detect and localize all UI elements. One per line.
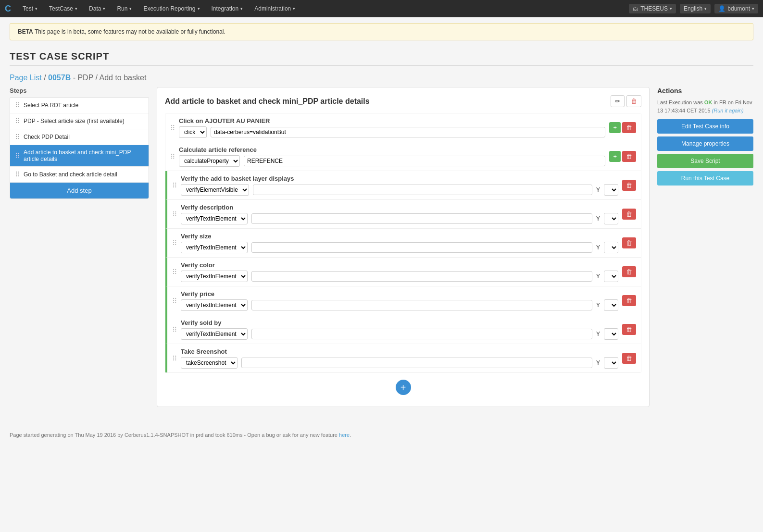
nav-administration[interactable]: Administration ▾ <box>250 0 300 17</box>
nav-test[interactable]: Test ▾ <box>18 0 42 17</box>
chevron-down-icon: ▾ <box>293 6 295 11</box>
beta-banner: BETA This page is in beta, some features… <box>10 23 753 40</box>
y-select[interactable]: Y <box>604 213 618 224</box>
y-value: Y <box>596 186 600 193</box>
y-select[interactable]: Y <box>604 357 618 369</box>
actions-panel: Actions Last Execution was OK in FR on F… <box>657 87 753 413</box>
y-select[interactable]: Y <box>604 242 618 253</box>
main-action-card: Add article to basket and check mini_PDP… <box>157 87 650 407</box>
nav-testcase[interactable]: TestCase ▾ <box>44 0 82 17</box>
nav-run[interactable]: Run ▾ <box>112 0 137 17</box>
nav-execution-reporting[interactable]: Execution Reporting ▾ <box>138 0 204 17</box>
delete-action-button[interactable]: 🗑 <box>626 95 641 107</box>
delete-sub-action-button[interactable]: 🗑 <box>622 353 636 364</box>
drag-handle-icon: ⠿ <box>172 239 177 247</box>
selector-input[interactable] <box>251 271 592 282</box>
method-select[interactable]: verifyTextInElement <box>181 213 248 224</box>
server-icon: 🗂 <box>633 5 638 12</box>
y-select[interactable]: Y <box>604 184 618 196</box>
sub-action-title: Verify description <box>181 204 618 211</box>
delete-sub-action-button[interactable]: 🗑 <box>622 151 636 162</box>
edit-test-case-info-button[interactable]: Edit Test Case info <box>657 119 753 134</box>
selector-input[interactable] <box>251 213 592 224</box>
edit-action-button[interactable]: ✏ <box>611 95 625 107</box>
nav-integration[interactable]: Integration ▾ <box>207 0 248 17</box>
add-sub-action-button[interactable]: + <box>609 122 621 133</box>
row-actions: 🗑 <box>622 266 636 277</box>
method-select[interactable]: calculateProperty <box>179 155 240 167</box>
breadcrumb-code[interactable]: 0057B <box>48 74 71 82</box>
manage-properties-button[interactable]: Manage properties <box>657 136 753 151</box>
center-panel: Add article to basket and check mini_PDP… <box>157 87 650 413</box>
drag-handle-icon: ⠿ <box>15 133 20 141</box>
delete-sub-action-button[interactable]: 🗑 <box>622 209 636 220</box>
y-select[interactable]: Y <box>604 271 618 282</box>
server-selector[interactable]: 🗂 THESEUS ▾ <box>629 4 676 13</box>
row-actions: 🗑 <box>622 353 636 364</box>
selector-input[interactable] <box>244 156 605 166</box>
method-select[interactable]: verifyTextInElement <box>181 271 248 282</box>
delete-sub-action-button[interactable]: 🗑 <box>622 324 636 335</box>
y-select[interactable]: Y <box>604 328 618 340</box>
sub-row-inputs: verifyTextInElement Y Y <box>181 299 618 311</box>
selector-input[interactable] <box>251 300 592 310</box>
method-select[interactable]: verifyTextInElement <box>181 299 248 311</box>
step-item-4[interactable]: ⠿ Add article to basket and check mini_P… <box>10 145 149 167</box>
step-label: Add article to basket and check mini_PDP… <box>24 149 144 162</box>
method-select[interactable]: click <box>179 126 207 138</box>
selector-input[interactable] <box>251 242 592 253</box>
breadcrumb-separator: / <box>44 74 48 82</box>
beta-message: This page is in beta, some features may … <box>35 28 225 35</box>
step-item-3[interactable]: ⠿ Check PDP Detail <box>10 129 149 145</box>
y-select[interactable]: Y <box>604 299 618 311</box>
drag-handle-icon: ⠿ <box>172 210 177 218</box>
add-row-button[interactable]: + <box>396 380 411 395</box>
navbar: C Test ▾ TestCase ▾ Data ▾ Run ▾ Executi… <box>0 0 763 17</box>
delete-sub-action-button[interactable]: 🗑 <box>622 295 636 306</box>
chevron-down-icon: ▾ <box>129 6 132 11</box>
method-select[interactable]: verifyTextInElement <box>181 242 248 253</box>
sub-row-inputs: verifyTextInElement Y Y <box>181 328 618 340</box>
selector-input[interactable] <box>251 329 592 339</box>
add-step-button[interactable]: Add step <box>10 183 149 198</box>
sub-row-inner: Verify description verifyTextInElement Y… <box>181 204 618 224</box>
chevron-down-icon: ▾ <box>240 6 243 11</box>
drag-handle-icon: ⠿ <box>172 355 177 362</box>
delete-sub-action-button[interactable]: 🗑 <box>622 266 636 277</box>
card-header-buttons: ✏ 🗑 <box>611 95 641 107</box>
delete-sub-action-button[interactable]: 🗑 <box>622 237 636 248</box>
method-select[interactable]: takeScreenshot <box>181 357 238 369</box>
language-selector[interactable]: English ▾ <box>680 4 711 13</box>
y-value: Y <box>596 331 600 337</box>
chevron-down-icon: ▾ <box>35 6 38 11</box>
method-select[interactable]: verifyTextInElement <box>181 328 248 340</box>
method-select[interactable]: verifyElementVisible <box>181 184 249 196</box>
add-row-center: + <box>165 373 641 399</box>
run-test-case-button[interactable]: Run this Test Case <box>657 171 753 186</box>
breadcrumb-page-list[interactable]: Page List <box>10 74 42 82</box>
beta-label: BETA <box>18 28 33 35</box>
run-again-link[interactable]: (Run it again) <box>712 108 744 113</box>
footer-link[interactable]: here <box>339 432 350 438</box>
selector-input[interactable] <box>211 127 605 137</box>
language-label: English <box>684 5 702 12</box>
chevron-down-icon: ▾ <box>103 6 105 11</box>
selector-input[interactable] <box>253 185 592 195</box>
sub-row-inputs: takeScreenshot Y Y <box>181 357 618 369</box>
delete-sub-action-button[interactable]: 🗑 <box>622 180 636 191</box>
server-name: THESEUS <box>640 5 668 12</box>
sub-action-row-screenshot: ⠿ Take Sreenshot takeScreenshot Y Y <box>165 344 641 372</box>
save-script-button[interactable]: Save Script <box>657 154 753 168</box>
user-menu[interactable]: 👤 bdumont ▾ <box>714 4 758 13</box>
step-item-2[interactable]: ⠿ PDP - Select article size (first avail… <box>10 113 149 129</box>
breadcrumb: Page List / 0057B - PDP / Add to basket <box>0 74 763 87</box>
last-execution-text: Last Execution was OK in FR on Fri Nov 1… <box>657 99 753 114</box>
nav-right: 🗂 THESEUS ▾ English ▾ 👤 bdumont ▾ <box>629 4 758 13</box>
step-item-5[interactable]: ⠿ Go to Basket and check article detail <box>10 167 149 183</box>
nav-data[interactable]: Data ▾ <box>84 0 110 17</box>
drag-handle-icon: ⠿ <box>170 153 175 161</box>
selector-input[interactable] <box>241 358 592 368</box>
add-sub-action-button[interactable]: + <box>609 151 621 162</box>
delete-sub-action-button[interactable]: 🗑 <box>622 122 636 133</box>
step-item-1[interactable]: ⠿ Select PA RDT article <box>10 98 149 113</box>
